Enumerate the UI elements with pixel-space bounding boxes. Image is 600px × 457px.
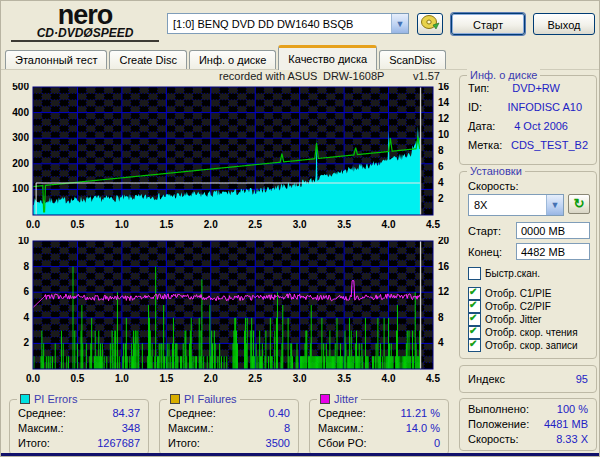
checkbox-show-jitter[interactable]: Отобр. Jitter [468,313,541,326]
tab-bar: Эталонный тест Create Disc Инф. о диске … [5,47,448,70]
stat-value: 11.21 % [400,407,440,420]
axis-tick-label: 100 [12,183,29,194]
nero-cd-dvd-speed-window: nero CD·DVDØSPEED [1:0] BENQ DVD DD DW16… [0,0,600,457]
tab-scandisc[interactable]: ScanDisc [379,50,445,70]
pi-failures-swatch [170,394,180,404]
position-value: 4481 MB [544,418,588,431]
recorder-model-label: DRW-1608P [323,70,384,82]
axis-tick-label: 2.0 [204,219,218,230]
disc-id-value: INFODISC A10 [507,101,582,114]
pi-errors-title: PI Errors [34,393,77,405]
end-position-label: Конец: [468,246,502,258]
disc-info-panel: Инф. о диске Тип:DVD+RW ID:INFODISC A10 … [459,75,597,165]
exit-button[interactable]: Выход [533,13,595,35]
axis-tick-label: 2.0 [204,373,218,384]
axis-tick-label: 2 [23,337,29,348]
checkbox-quick-scan[interactable]: Быстр.скан. [468,267,540,280]
axis-tick-label: 1.0 [115,219,129,230]
index-panel: Индекс95 [459,365,597,393]
stat-label: Среднее: [18,407,66,420]
tab-disc-quality[interactable]: Качество диска [278,45,377,70]
tab-disc-info[interactable]: Инф. о диске [189,50,276,70]
axis-tick-label: 16 [438,83,450,92]
axis-tick-label: 2.5 [248,373,262,384]
checkbox-show-read-speed[interactable]: Отобр. скор. чтения [468,326,578,339]
stat-value: 348 [122,422,140,435]
stat-label: Среднее: [168,407,216,420]
axis-tick-label: 400 [12,107,29,118]
disc-eject-button[interactable] [417,13,443,35]
axis-tick-label: 2.5 [248,219,262,230]
speed-label: Скорость: [468,180,519,192]
checkbox-label: Отобр. Jitter [485,314,541,325]
axis-tick-label: 3.5 [337,373,351,384]
pi-failures-title: PI Failures [184,393,237,405]
stat-value: 8 [284,422,290,435]
tab-create-disc[interactable]: Create Disc [109,50,186,70]
index-label: Индекс [468,373,505,386]
axis-tick-label: 4.0 [382,373,396,384]
axis-tick-label: 4.5 [426,219,440,230]
drive-select-combo[interactable]: [1:0] BENQ DVD DD DW1640 BSQB ▼ [167,13,409,34]
pi-failures-jitter-chart: 108642201612840.00.51.01.52.02.53.03.54.… [1,237,459,385]
start-button[interactable]: Старт [451,13,525,35]
disc-date-value: 4 Oct 2006 [514,120,568,133]
done-value: 100 % [557,403,588,416]
checkbox-show-c2-pif[interactable]: Отобр. C2/PIF [468,300,551,313]
stat-label: Максим.: [168,422,214,435]
start-position-label: Старт: [468,225,501,237]
speed-current-value: 8.33 X [556,433,588,446]
axis-tick-label: 8 [438,145,444,156]
disc-type-value: DVD+RW [512,82,560,95]
axis-tick-label: 1.5 [159,373,173,384]
axis-tick-label: 4 [23,312,29,323]
axis-tick-label: 6 [438,161,444,172]
done-label: Выполнено: [468,403,529,416]
start-position-field[interactable] [516,222,590,239]
axis-tick-label: 20 [438,237,450,246]
checkbox-label: Быстр.скан. [485,268,540,279]
chevron-down-icon[interactable]: ▼ [391,14,408,33]
end-position-field[interactable] [516,243,590,260]
speed-select-combo[interactable]: 8X ▼ [468,194,564,216]
index-value: 95 [576,373,588,386]
disc-info-title: Инф. о диске [470,69,537,81]
drive-select-value: [1:0] BENQ DVD DD DW1640 BSQB [168,18,391,30]
nero-logo-text: nero [11,3,159,27]
refresh-speed-button[interactable]: ↻ [568,194,590,214]
checkbox-label: Отобр. C2/PIF [485,301,551,312]
stat-value: 14.0 % [406,422,440,435]
checkbox-label: Отобр. C1/PIE [485,288,551,299]
axis-tick-label: 6 [23,286,29,297]
axis-tick-label: 200 [12,158,29,169]
disc-type-label: Тип: [468,82,489,95]
axis-tick-label: 12 [438,286,450,297]
axis-tick-label: 0.0 [26,373,40,384]
axis-tick-label: 10 [438,129,450,140]
pi-errors-swatch [20,394,30,404]
checkbox-icon [468,267,481,280]
checkbox-icon [468,339,481,352]
disc-icon [420,14,440,30]
stat-value: 3500 [266,437,290,450]
stat-value: 84.37 [112,407,140,420]
stat-label: Максим.: [18,422,64,435]
stat-label: Среднее: [318,407,366,420]
axis-tick-label: 3.5 [337,219,351,230]
disc-date-label: Дата: [468,120,495,133]
chevron-down-icon[interactable]: ▼ [546,195,563,215]
stat-value: 0 [434,437,440,450]
axis-tick-label: 16 [438,261,450,272]
version-label: v1.57 [413,70,440,82]
progress-panel: Выполнено:100 % Положение:4481 MB Скорос… [459,398,597,451]
stat-label: Итого: [168,437,200,450]
checkbox-show-c1-pie[interactable]: Отобр. C1/PIE [468,287,551,300]
checkbox-show-write-speed[interactable]: Отобр. скор. записи [468,339,578,352]
jitter-stats-panel: Jitter Среднее:11.21 % Максим.:14.0 % Сб… [309,399,449,455]
stat-label: Сбои PO: [318,437,367,450]
tab-benchmark[interactable]: Эталонный тест [5,50,107,70]
pi-errors-chart: 5004003002001001614121086420.00.51.01.52… [1,83,459,235]
axis-tick-label: 3.0 [293,219,307,230]
settings-panel: Установки Скорость: 8X ▼ ↻ Старт: Конец:… [459,171,597,359]
axis-tick-label: 14 [438,97,450,108]
